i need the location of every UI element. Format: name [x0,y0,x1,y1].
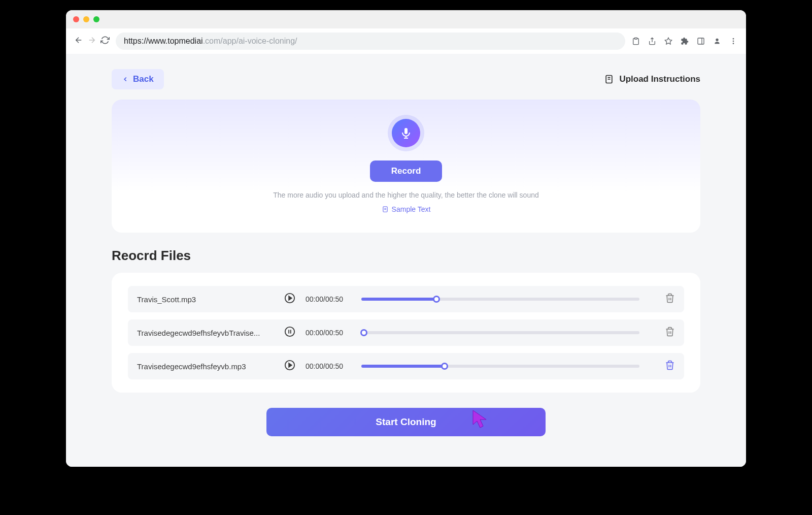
maximize-window-icon[interactable] [93,16,99,22]
url-domain: https://www.topmediai [124,37,203,45]
share-icon[interactable] [648,37,657,46]
delete-icon[interactable] [665,293,675,305]
document-icon [604,74,614,84]
upload-instructions-label: Upload Instructions [619,74,700,84]
forward-arrow-icon[interactable] [87,36,96,47]
delete-icon[interactable] [665,360,675,372]
browser-right-icons [631,37,738,46]
sample-text-label: Sample Text [392,205,431,213]
start-cloning-button[interactable]: Start Cloning [266,408,546,436]
browser-toolbar: https://www.topmediai.com/app/ai-voice-c… [66,28,746,54]
record-panel: Record The more audio you upload and the… [112,100,700,233]
svg-marker-15 [289,296,292,300]
file-row: Travis_Scott.mp300:00/00:50 [128,286,684,312]
pause-icon[interactable] [284,326,295,339]
progress-bar[interactable] [361,331,639,334]
progress-bar[interactable] [361,298,639,301]
nav-arrows [74,36,110,47]
svg-point-4 [716,39,718,41]
svg-point-5 [733,38,734,40]
page-header: Back Upload Instructions [112,69,700,89]
svg-point-7 [733,43,734,44]
minimize-window-icon[interactable] [83,16,89,22]
sample-text-link[interactable]: Sample Text [382,205,431,213]
progress-fill [361,365,445,368]
record-files-title: Reocrd Files [112,248,700,264]
microphone-icon [400,127,412,139]
time-label: 00:00/00:50 [306,295,351,303]
mic-button-outer [388,115,424,151]
progress-thumb[interactable] [433,296,440,303]
svg-rect-2 [698,38,704,44]
files-panel: Travis_Scott.mp300:00/00:50Travisedegecw… [112,273,700,393]
svg-rect-0 [634,38,637,39]
play-icon[interactable] [284,293,295,306]
svg-point-16 [285,327,294,336]
mic-button[interactable] [392,119,420,147]
close-window-icon[interactable] [73,16,79,22]
reload-icon[interactable] [100,36,110,47]
back-arrow-icon[interactable] [74,36,83,47]
progress-fill [361,298,436,301]
profile-icon[interactable] [713,37,722,46]
chevron-left-icon [122,76,129,83]
file-name: Travisedegecwd9efhsfeyvbTravise... [137,329,274,337]
play-icon[interactable] [284,360,295,373]
upload-instructions-link[interactable]: Upload Instructions [604,74,700,84]
file-name: Travisedegecwd9efhsfeyvb.mp3 [137,362,274,371]
file-row: Travisedegecwd9efhsfeyvb.mp300:00/00:50 [128,353,684,379]
url-bar[interactable]: https://www.topmediai.com/app/ai-voice-c… [116,33,625,50]
record-hint-text: The more audio you upload and the higher… [127,191,685,199]
back-button[interactable]: Back [112,69,164,89]
svg-point-6 [733,41,734,42]
menu-icon[interactable] [729,37,738,46]
time-label: 00:00/00:50 [306,362,351,370]
star-icon[interactable] [664,37,673,46]
delete-icon[interactable] [665,327,675,339]
text-file-icon [382,206,389,213]
progress-bar[interactable] [361,365,639,368]
file-name: Travis_Scott.mp3 [137,295,274,304]
progress-fill [361,331,364,334]
progress-thumb[interactable] [360,329,367,336]
progress-thumb[interactable] [441,363,448,370]
back-label: Back [133,74,154,84]
svg-marker-20 [289,363,292,367]
clipboard-icon[interactable] [631,37,640,46]
panel-icon[interactable] [696,37,705,46]
svg-marker-1 [665,38,671,44]
time-label: 00:00/00:50 [306,329,351,337]
url-path: .com/app/ai-voice-cloning/ [203,37,297,45]
extensions-icon[interactable] [680,37,689,46]
file-row: Travisedegecwd9efhsfeyvbTravise...00:00/… [128,319,684,346]
window-titlebar [66,10,746,28]
browser-window: https://www.topmediai.com/app/ai-voice-c… [66,10,746,467]
page-content: Back Upload Instructions Record The more… [66,54,746,467]
record-button[interactable]: Record [370,160,443,182]
